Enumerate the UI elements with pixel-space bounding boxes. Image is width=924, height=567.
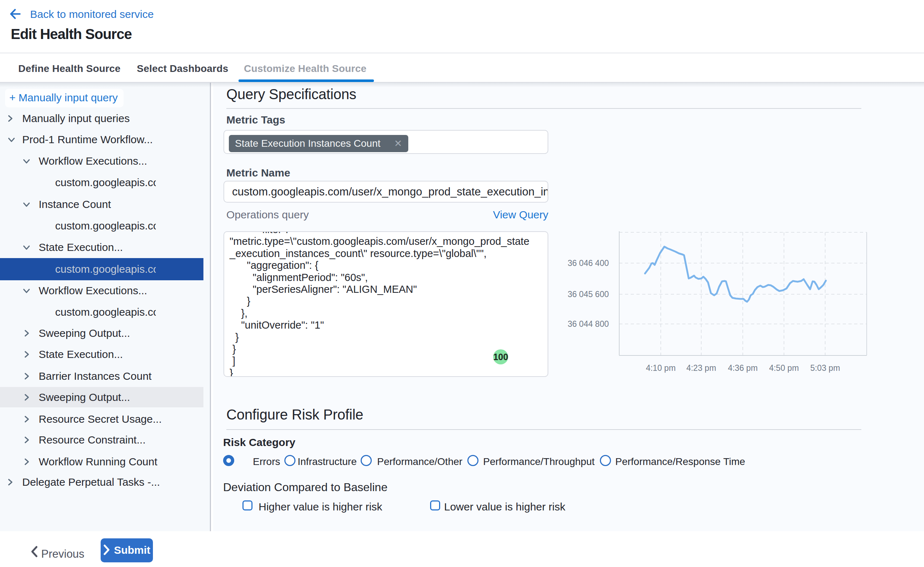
svg-text:5:03 pm: 5:03 pm	[810, 363, 840, 373]
svg-text:4:23 pm: 4:23 pm	[686, 363, 716, 373]
svg-text:4:50 pm: 4:50 pm	[769, 363, 799, 373]
svg-text:4:10 pm: 4:10 pm	[646, 363, 675, 373]
svg-text:36 044 800: 36 044 800	[568, 319, 609, 328]
svg-text:4:36 pm: 4:36 pm	[728, 363, 757, 373]
svg-text:36 045 600: 36 045 600	[568, 290, 609, 299]
svg-text:36 046 400: 36 046 400	[568, 258, 609, 268]
